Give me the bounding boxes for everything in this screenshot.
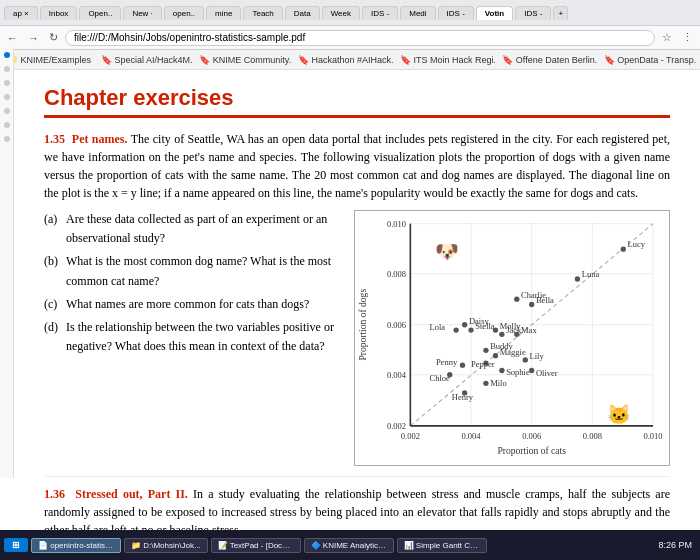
tab-medi[interactable]: Medi — [400, 6, 435, 20]
question-d: (d) Is the relationship between the two … — [44, 318, 339, 356]
sidebar-icon-7[interactable] — [4, 136, 10, 142]
bookmark-hackathon[interactable]: 🔖 Hackathon #AIHack... — [295, 54, 393, 66]
point-lola — [453, 327, 458, 332]
point-molly — [493, 327, 498, 332]
point-bella — [529, 302, 534, 307]
bookmark-knime-community[interactable]: 🔖 KNIME Community... — [196, 54, 291, 66]
tab-ids2[interactable]: IDS - — [438, 6, 474, 20]
tab-ids3[interactable]: IDS - — [515, 6, 551, 20]
svg-text:0.008: 0.008 — [583, 431, 602, 441]
label-henry: Henry — [452, 392, 474, 402]
tab-open2[interactable]: open.. — [164, 6, 204, 20]
label-sophie: Sophie — [506, 367, 530, 377]
section-136-num: 1.36 — [44, 487, 65, 501]
tab-week[interactable]: Week — [322, 6, 360, 20]
tab-open1[interactable]: Open.. — [79, 6, 121, 20]
tab-data[interactable]: Data — [285, 6, 320, 20]
left-sidebar — [0, 48, 14, 478]
url-bar[interactable] — [65, 30, 655, 46]
bookmarks-bar: 📁 KNIME/Examples ~ 🔖 Special AI/Hack4M..… — [0, 50, 700, 70]
sidebar-icon-2[interactable] — [4, 66, 10, 72]
content-row: (a) Are these data collected as part of … — [44, 210, 670, 466]
scatter-chart-container: 0.002 0.004 0.006 0.008 0.010 0.002 0.00… — [354, 210, 670, 466]
taskbar-item-knime[interactable]: 🔷 KNIME Analytics ... — [304, 538, 394, 553]
bookmark-its-moin[interactable]: 🔖 ITS Moin Hack Regi... — [397, 54, 495, 66]
question-a: (a) Are these data collected as part of … — [44, 210, 339, 248]
label-maggie: Maggie — [500, 347, 526, 357]
tab-inbox[interactable]: Inbox — [40, 6, 78, 20]
svg-text:0.006: 0.006 — [387, 320, 406, 330]
tab-ids1[interactable]: IDS - — [362, 6, 398, 20]
tab-plus[interactable]: + — [553, 6, 568, 20]
svg-text:0.004: 0.004 — [461, 431, 481, 441]
question-c: (c) What names are more common for cats … — [44, 295, 339, 314]
label-bella: Bella — [536, 295, 554, 305]
menu-button[interactable]: ⋮ — [679, 31, 696, 44]
tab-ap[interactable]: ap × — [4, 6, 38, 20]
point-max — [514, 332, 519, 337]
point-jack — [499, 332, 504, 337]
point-lily — [523, 357, 528, 362]
point-charlie — [514, 297, 519, 302]
pdf-content-area: Chapter exercises 1.35 Pet names. The ci… — [14, 70, 700, 549]
label-milo: Milo — [490, 378, 507, 388]
question-b-text: What is the most common dog name? What i… — [66, 252, 339, 290]
taskbar-item-explorer[interactable]: 📁 D:\Mohsin\Jok... — [124, 538, 208, 553]
point-maggie — [493, 353, 498, 358]
tab-mine[interactable]: mine — [206, 6, 241, 20]
svg-text:0.010: 0.010 — [387, 219, 406, 229]
bookmark-knime-examples[interactable]: 📁 KNIME/Examples ~ — [4, 54, 94, 66]
svg-text:0.004: 0.004 — [387, 370, 407, 380]
tab-teach[interactable]: Teach — [243, 6, 282, 20]
dog-emoji: 🐶 — [435, 240, 459, 263]
question-b: (b) What is the most common dog name? Wh… — [44, 252, 339, 290]
section-135-intro: 1.35 Pet names. The city of Seattle, WA … — [44, 130, 670, 202]
tab-strip[interactable]: ap × Inbox Open.. New · open.. mine Teac… — [0, 0, 700, 26]
label-luna: Luna — [582, 269, 600, 279]
sidebar-icon-5[interactable] — [4, 108, 10, 114]
tab-new[interactable]: New · — [123, 6, 161, 20]
reload-button[interactable]: ↻ — [46, 31, 61, 44]
questions-column: (a) Are these data collected as part of … — [44, 210, 339, 466]
chapter-title: Chapter exercises — [44, 85, 670, 118]
svg-text:0.002: 0.002 — [401, 431, 420, 441]
point-oliver — [529, 368, 534, 373]
bookmark-button[interactable]: ☆ — [659, 31, 675, 44]
clock-time: 8:26 PM — [658, 540, 692, 550]
question-c-label: (c) — [44, 295, 62, 314]
section-136-name: Stressed out, Part II. — [75, 487, 188, 501]
bookmark-opendata[interactable]: 🔖 OpenData - Transp... — [601, 54, 696, 66]
bookmark-offene[interactable]: 🔖 Offene Daten Berlin... — [499, 54, 596, 66]
label-pepper: Pepper — [471, 359, 495, 369]
label-max: Max — [521, 325, 537, 335]
sidebar-icon-1[interactable] — [4, 52, 10, 58]
label-penny: Penny — [436, 357, 458, 367]
svg-text:0.008: 0.008 — [387, 269, 406, 279]
bookmark-ai-hack[interactable]: 🔖 Special AI/Hack4M... — [98, 54, 192, 66]
svg-text:Proportion of cats: Proportion of cats — [497, 445, 566, 456]
start-button[interactable]: ⊞ — [4, 538, 28, 552]
back-button[interactable]: ← — [4, 32, 21, 44]
sidebar-icon-4[interactable] — [4, 94, 10, 100]
taskbar-item-gantt[interactable]: 📊 Simple Gantt Cha... — [397, 538, 487, 553]
sidebar-icon-6[interactable] — [4, 122, 10, 128]
point-luna — [575, 276, 580, 281]
point-milo — [483, 381, 488, 386]
svg-text:0.010: 0.010 — [643, 431, 662, 441]
tab-votin[interactable]: Votin — [476, 6, 513, 20]
forward-button[interactable]: → — [25, 32, 42, 44]
sidebar-icon-3[interactable] — [4, 80, 10, 86]
taskbar-item-textpad[interactable]: 📝 TextPad - [Docum... — [211, 538, 301, 553]
scatter-plot: 0.002 0.004 0.006 0.008 0.010 0.002 0.00… — [354, 210, 670, 466]
label-jack: Jack — [506, 325, 522, 335]
question-a-text: Are these data collected as part of an e… — [66, 210, 339, 248]
label-chloe: Chloe — [430, 373, 451, 383]
point-daisy — [462, 322, 467, 327]
taskbar-item-openintro[interactable]: 📄 openintro-statisti... — [31, 538, 121, 553]
section-135-text: The city of Seattle, WA has an open data… — [44, 132, 670, 200]
question-b-label: (b) — [44, 252, 62, 290]
question-c-text: What names are more common for cats than… — [66, 295, 309, 314]
label-oliver: Oliver — [536, 368, 558, 378]
taskbar: ⊞ 📄 openintro-statisti... 📁 D:\Mohsin\Jo… — [0, 530, 700, 560]
navigation-bar: ← → ↻ ☆ ⋮ — [0, 26, 700, 50]
